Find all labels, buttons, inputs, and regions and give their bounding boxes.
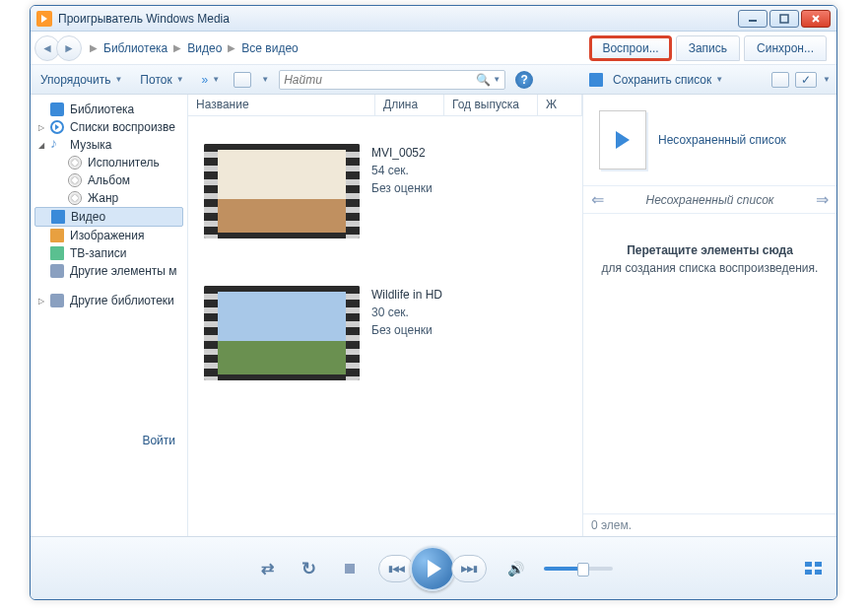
col-genre[interactable]: Ж: [538, 95, 582, 115]
shuffle-button[interactable]: [254, 556, 280, 581]
player-bar: [31, 536, 836, 599]
prev-list-button[interactable]: ⇐: [591, 190, 604, 209]
next-button[interactable]: [451, 555, 487, 582]
sidebar-item-album[interactable]: Альбом: [31, 171, 187, 189]
sidebar-item-tv[interactable]: ТВ-записи: [31, 244, 187, 262]
video-duration: 54 сек.: [371, 162, 433, 179]
video-meta: MVI_0052 54 сек. Без оценки: [371, 144, 433, 238]
dropzone-sub: для создания списка воспроизведения.: [602, 261, 819, 275]
tv-icon: [50, 246, 64, 260]
svg-rect-1: [780, 15, 788, 23]
stream-menu[interactable]: Поток▼: [136, 71, 187, 89]
sign-in-link[interactable]: Войти: [31, 428, 187, 453]
next-list-button[interactable]: ⇒: [816, 190, 829, 209]
breadcrumb-all-video[interactable]: Все видео: [241, 41, 298, 55]
clear-list-button[interactable]: [771, 72, 789, 88]
video-thumbnail[interactable]: [204, 286, 360, 380]
search-box[interactable]: 🔍▼: [279, 70, 505, 90]
switch-to-now-playing-button[interactable]: [805, 562, 823, 576]
nav-row: ◄ ► ▶ Библиотека ▶ Видео ▶ Все видео Вос…: [31, 32, 836, 65]
playlist-icon: [50, 120, 64, 134]
playlist-title[interactable]: Несохраненный список: [658, 133, 786, 147]
images-icon: [50, 229, 64, 242]
video-icon: [51, 210, 65, 224]
video-title: Wildlife in HD: [371, 286, 442, 304]
main-pane: Название Длина Год выпуска Ж MVI_0052 54…: [188, 95, 582, 536]
sidebar-item-library[interactable]: Библиотека: [31, 101, 187, 118]
list-item[interactable]: Wildlife in HD 30 сек. Без оценки: [188, 278, 582, 420]
video-title: MVI_0052: [371, 144, 433, 162]
create-playlist-button[interactable]: »▼: [198, 71, 225, 89]
video-meta: Wildlife in HD 30 сек. Без оценки: [371, 286, 442, 380]
expand-icon[interactable]: ▷: [38, 297, 44, 306]
sidebar-item-artist[interactable]: Исполнитель: [31, 154, 187, 171]
album-icon: [68, 173, 82, 187]
window-buttons: [736, 10, 831, 28]
playlist-count: 0 элем.: [583, 513, 836, 536]
chevron-icon: ▶: [90, 42, 98, 53]
mute-button[interactable]: [502, 556, 528, 581]
forward-button[interactable]: ►: [56, 35, 82, 61]
video-rating: Без оценки: [371, 179, 433, 197]
video-rating: Без оценки: [371, 321, 442, 339]
maximize-button[interactable]: [769, 10, 799, 28]
video-duration: 30 сек.: [371, 304, 442, 321]
playlist-nav: ⇐ Несохраненный список ⇒: [583, 185, 836, 214]
library-icon: [50, 102, 64, 116]
search-icon[interactable]: 🔍: [476, 73, 491, 87]
artist-icon: [68, 156, 82, 170]
playlist-dropzone[interactable]: Перетащите элементы сюда для создания сп…: [583, 214, 836, 513]
music-icon: [50, 138, 64, 152]
col-name[interactable]: Название: [188, 95, 375, 115]
now-playing-icon: [599, 110, 646, 170]
repeat-button[interactable]: [296, 556, 321, 581]
list-item[interactable]: MVI_0052 54 сек. Без оценки: [188, 136, 582, 278]
playlist-nav-title: Несохраненный список: [646, 193, 774, 207]
other-media-icon: [50, 264, 64, 278]
breadcrumb: ▶ Библиотека ▶ Видео ▶ Все видео: [90, 41, 299, 55]
tab-sync[interactable]: Синхрон...: [744, 35, 827, 61]
sidebar-item-video[interactable]: Видео: [34, 207, 183, 227]
close-button[interactable]: [801, 10, 831, 28]
save-list-button[interactable]: Сохранить список▼: [609, 71, 727, 89]
col-year[interactable]: Год выпуска: [444, 95, 538, 115]
col-length[interactable]: Длина: [375, 95, 444, 115]
other-libraries-icon: [50, 294, 64, 307]
sidebar-item-playlists[interactable]: ▷Списки воспроизве: [31, 118, 187, 136]
play-button[interactable]: [410, 546, 455, 591]
tab-burn[interactable]: Запись: [676, 35, 740, 61]
search-input[interactable]: [284, 73, 476, 87]
column-headers: Название Длина Год выпуска Ж: [188, 95, 582, 116]
chevron-icon: ▶: [228, 42, 235, 53]
volume-slider[interactable]: [544, 567, 613, 571]
expand-icon[interactable]: ▷: [38, 123, 44, 132]
organize-menu[interactable]: Упорядочить▼: [36, 71, 126, 89]
video-thumbnail[interactable]: [204, 144, 360, 238]
app-window: Проигрыватель Windows Media ◄ ► ▶ Библио…: [30, 5, 837, 600]
window-title: Проигрыватель Windows Media: [58, 12, 230, 26]
list-options-button[interactable]: ✓: [795, 72, 817, 88]
dropzone-heading: Перетащите элементы сюда: [627, 243, 793, 257]
tab-play[interactable]: Воспрои...: [589, 35, 671, 61]
stop-button[interactable]: [337, 556, 363, 581]
breadcrumb-video[interactable]: Видео: [187, 41, 222, 55]
previous-button[interactable]: [378, 555, 414, 582]
minimize-button[interactable]: [738, 10, 768, 28]
playlist-toolbar: Сохранить список▼ ✓▼: [583, 65, 836, 95]
chevron-icon: ▶: [173, 42, 181, 53]
view-options-button[interactable]: [234, 72, 251, 88]
sidebar-item-music[interactable]: ◢Музыка: [31, 136, 187, 154]
sidebar-item-other-libraries[interactable]: ▷Другие библиотеки: [31, 292, 187, 309]
sidebar-item-images[interactable]: Изображения: [31, 227, 187, 244]
playlist-header: Несохраненный список: [583, 95, 836, 185]
app-icon: [36, 11, 52, 27]
breadcrumb-library[interactable]: Библиотека: [103, 41, 167, 55]
collapse-icon[interactable]: ◢: [38, 141, 44, 150]
save-icon: [589, 73, 603, 87]
genre-icon: [68, 191, 82, 205]
titlebar: Проигрыватель Windows Media: [31, 6, 836, 32]
sidebar-item-genre[interactable]: Жанр: [31, 189, 187, 207]
sidebar-item-other[interactable]: Другие элементы м: [31, 262, 187, 280]
video-list: MVI_0052 54 сек. Без оценки Wildlife in …: [188, 116, 582, 536]
help-button[interactable]: ?: [515, 71, 533, 89]
